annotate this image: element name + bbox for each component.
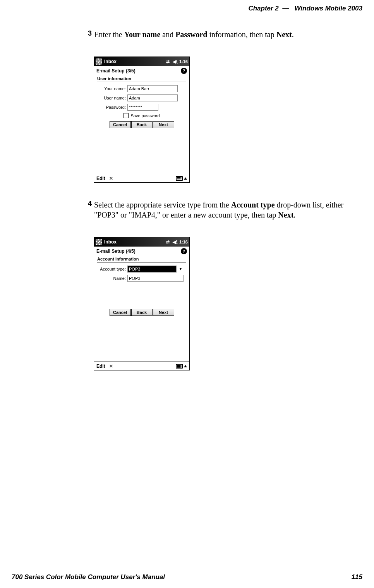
section-divider [97, 82, 186, 82]
back-button[interactable]: Back [131, 121, 153, 128]
start-icon[interactable] [96, 58, 102, 65]
speaker-icon[interactable]: ◀ξ [172, 239, 178, 245]
account-type-row: Account type: POP3 ▼ [97, 266, 186, 273]
section-title: Account information [97, 257, 186, 261]
bottom-bar: Edit ✕ [94, 362, 189, 370]
bold-text: Your name [124, 30, 161, 39]
account-type-dropdown[interactable]: POP3 ▼ [127, 266, 184, 273]
dropdown-selected: POP3 [127, 266, 177, 273]
connectivity-icon[interactable]: ⇄ [165, 59, 171, 64]
text-fragment: information, then tap [207, 30, 276, 39]
section-divider [97, 262, 186, 262]
page-footer: 700 Series Color Mobile Computer User's … [12, 573, 362, 581]
bottom-right [176, 364, 187, 369]
bottom-left: Edit ✕ [96, 176, 113, 181]
step-text: Enter the Your name and Password informa… [94, 29, 294, 39]
screenshot-email-setup-3: Inbox ⇄ ◀ξ 1:16 E-mail Setup (3/5) ? Use… [94, 57, 190, 183]
page-content: 3 Enter the Your name and Password infor… [84, 29, 363, 387]
form-body: Account information Account type: POP3 ▼… [94, 256, 189, 362]
bottom-right [176, 176, 187, 181]
text-fragment: Enter the [94, 30, 124, 39]
manual-title: 700 Series Color Mobile Computer User's … [12, 573, 165, 581]
button-row: Cancel Back Next [97, 121, 186, 128]
save-password-label: Save password [130, 113, 160, 118]
password-label: Password: [97, 105, 127, 110]
sip-up-icon[interactable] [184, 177, 187, 180]
name-row: Name: POP3 [97, 275, 186, 282]
input-value: Adam Barr [129, 86, 149, 91]
back-button[interactable]: Back [131, 309, 153, 316]
input-value: POP3 [129, 276, 140, 281]
next-button[interactable]: Next [153, 309, 174, 316]
text-fragment: . [293, 211, 295, 219]
chapter-number: 2 [275, 5, 278, 12]
speaker-icon[interactable]: ◀ξ [172, 59, 178, 64]
app-title: Inbox [104, 239, 165, 245]
close-icon[interactable]: ✕ [109, 363, 113, 369]
blank-area [97, 284, 186, 308]
user-name-row: User name: Adam [97, 94, 186, 101]
blank-area [97, 128, 186, 171]
close-icon[interactable]: ✕ [109, 176, 113, 181]
connectivity-icon[interactable]: ⇄ [165, 239, 171, 245]
save-password-checkbox[interactable] [124, 113, 129, 118]
user-name-input[interactable]: Adam [127, 94, 178, 101]
header-dash: — [282, 5, 289, 12]
your-name-label: Your name: [97, 86, 127, 91]
title-bar[interactable]: Inbox ⇄ ◀ξ 1:16 [94, 57, 189, 66]
bold-text: Next [276, 30, 292, 39]
next-button[interactable]: Next [153, 121, 174, 128]
section-title: User information [97, 76, 186, 81]
cancel-button[interactable]: Cancel [110, 309, 131, 316]
password-input[interactable]: ******** [127, 104, 158, 111]
blank-area [97, 316, 186, 358]
account-type-label: Account type: [97, 267, 127, 271]
step-3: 3 Enter the Your name and Password infor… [84, 29, 363, 39]
edit-menu[interactable]: Edit [96, 363, 105, 369]
help-icon[interactable]: ? [181, 68, 187, 74]
start-icon[interactable] [96, 239, 102, 245]
bold-text: Password [175, 30, 207, 39]
bottom-left: Edit ✕ [96, 363, 113, 369]
edit-menu[interactable]: Edit [96, 176, 105, 181]
page-header: Chapter 2 — Windows Mobile 2003 [248, 5, 362, 12]
title-bar[interactable]: Inbox ⇄ ◀ξ 1:16 [94, 237, 189, 247]
text-fragment: . [292, 30, 294, 39]
bottom-bar: Edit ✕ [94, 174, 189, 182]
keyboard-icon[interactable] [176, 176, 183, 181]
page-row: E-mail Setup (4/5) ? [94, 247, 189, 256]
button-row: Cancel Back Next [97, 309, 186, 316]
keyboard-icon[interactable] [176, 364, 183, 369]
step-number: 3 [84, 29, 94, 39]
app-title: Inbox [104, 59, 165, 64]
step-text: Select the appropriate service type from… [94, 200, 363, 220]
header-title: Windows Mobile 2003 [294, 5, 362, 12]
name-label: Name: [97, 276, 127, 281]
dropdown-value: POP3 [129, 267, 140, 271]
screenshot-email-setup-4: Inbox ⇄ ◀ξ 1:16 E-mail Setup (4/5) ? Acc… [94, 237, 190, 370]
text-fragment: and [160, 30, 175, 39]
setup-step-label: E-mail Setup (3/5) [96, 68, 136, 74]
user-name-label: User name: [97, 96, 127, 100]
clock[interactable]: 1:16 [179, 240, 188, 244]
page-number: 115 [352, 573, 362, 581]
help-icon[interactable]: ? [181, 248, 187, 254]
setup-step-label: E-mail Setup (4/5) [96, 249, 136, 254]
chapter-label: Chapter [248, 5, 273, 12]
clock[interactable]: 1:16 [179, 59, 188, 64]
page-row: E-mail Setup (3/5) ? [94, 66, 189, 75]
your-name-row: Your name: Adam Barr [97, 85, 186, 92]
sip-up-icon[interactable] [184, 365, 187, 367]
name-input[interactable]: POP3 [127, 275, 184, 282]
bold-text: Account type [231, 201, 275, 209]
cancel-button[interactable]: Cancel [110, 121, 131, 128]
text-fragment: Select the appropriate service type from… [94, 201, 231, 209]
step-number: 4 [84, 200, 94, 220]
save-password-row: Save password [97, 113, 186, 118]
form-body: User information Your name: Adam Barr Us… [94, 75, 189, 174]
bold-text: Next [278, 211, 293, 219]
chevron-down-icon[interactable]: ▼ [178, 266, 184, 273]
input-value: ******** [129, 105, 142, 110]
your-name-input[interactable]: Adam Barr [127, 85, 178, 92]
step-4: 4 Select the appropriate service type fr… [84, 200, 363, 220]
